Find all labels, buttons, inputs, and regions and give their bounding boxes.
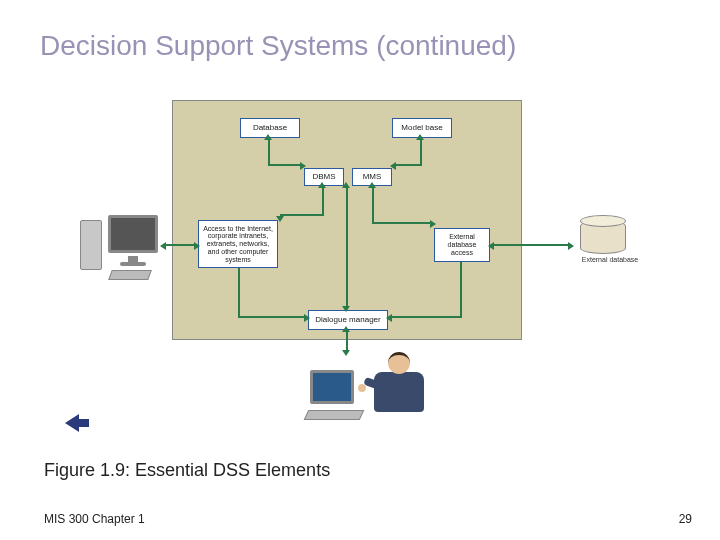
arrow: [164, 244, 196, 246]
arrow: [268, 164, 302, 166]
computer-icon: [80, 215, 165, 285]
arrow-head: [430, 220, 436, 228]
arrow-head: [318, 182, 326, 188]
external-database-icon: External database: [580, 220, 640, 275]
arrow: [420, 138, 422, 166]
arrow-head: [488, 242, 494, 250]
arrow: [346, 330, 348, 352]
user-icon: [310, 350, 450, 440]
slide: Decision Support Systems (continued) Dat…: [0, 0, 720, 540]
figure-diagram: Database Model base DBMS MMS Access to t…: [80, 100, 640, 410]
figure-caption: Figure 1.9: Essential DSS Elements: [44, 460, 330, 481]
arrow-head: [194, 242, 200, 250]
arrow: [372, 186, 374, 224]
arrow-head: [300, 162, 306, 170]
arrow: [372, 222, 432, 224]
back-arrow-icon: [65, 412, 93, 434]
arrow: [460, 262, 462, 318]
slide-title: Decision Support Systems (continued): [40, 30, 516, 62]
page-number: 29: [679, 512, 692, 526]
arrow-head: [386, 314, 392, 322]
arrow-head: [390, 162, 396, 170]
box-access: Access to the Internet, corporate intran…: [198, 220, 278, 268]
arrow-head: [342, 182, 350, 188]
arrow-head: [276, 216, 284, 222]
arrow-head: [568, 242, 574, 250]
external-database-label: External database: [580, 256, 640, 263]
arrow: [238, 268, 240, 318]
arrow-head: [342, 306, 350, 312]
arrow: [346, 186, 348, 308]
arrow-head: [264, 134, 272, 140]
arrow: [390, 316, 462, 318]
arrow: [394, 164, 422, 166]
arrow-head: [342, 326, 350, 332]
arrow-head: [368, 182, 376, 188]
arrow: [268, 138, 270, 166]
arrow: [322, 186, 324, 216]
arrow: [492, 244, 570, 246]
footer-text: MIS 300 Chapter 1: [44, 512, 145, 526]
arrow-head: [416, 134, 424, 140]
svg-marker-0: [65, 414, 89, 432]
box-extdbacc: External database access: [434, 228, 490, 262]
arrow-head: [304, 314, 310, 322]
arrow: [280, 214, 324, 216]
arrow: [238, 316, 306, 318]
back-arrow-link[interactable]: [65, 412, 93, 434]
